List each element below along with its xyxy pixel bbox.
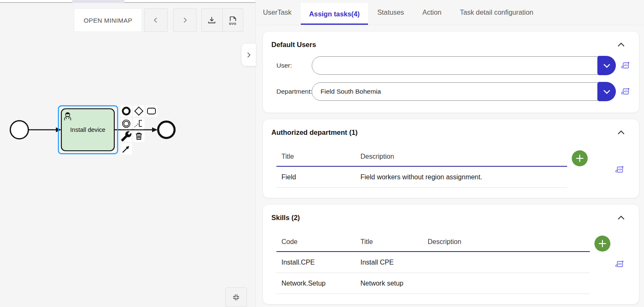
canvas-top-strip: [0, 0, 255, 3]
end-event-icon: [121, 105, 132, 117]
plus-icon: [597, 239, 607, 249]
user-label: User:: [276, 62, 312, 69]
chevron-up-icon: [618, 215, 625, 220]
authorized-department-table: Title Description Field Field workers wi…: [276, 147, 567, 188]
department-script-button[interactable]: </>: [621, 87, 631, 96]
chevron-down-icon: [603, 89, 610, 94]
add-skill-button[interactable]: [594, 236, 610, 252]
export-button-group: SVG: [201, 8, 243, 32]
svg-text:</>: </>: [618, 262, 622, 265]
table-header-row: Code Title Description: [276, 233, 590, 252]
default-users-card: Default Users User:: [263, 31, 639, 113]
text-annotation-icon: [133, 118, 145, 129]
top-tab-fragment: [72, 0, 124, 3]
panel-expand-handle[interactable]: [242, 44, 256, 66]
tab-action[interactable]: Action: [413, 0, 451, 25]
collapse-card-button[interactable]: [618, 42, 625, 47]
script-icon: </>: [621, 61, 631, 70]
intermediate-event-icon: [121, 118, 132, 129]
column-header: Description: [355, 153, 567, 160]
script-icon: </>: [621, 87, 631, 96]
user-field-row: User: </>: [271, 56, 631, 75]
fit-viewport-button[interactable]: [225, 287, 247, 307]
cell-title: Field: [276, 173, 355, 181]
append-task-button[interactable]: [146, 105, 157, 117]
download-button[interactable]: [202, 9, 223, 31]
change-type-button[interactable]: [121, 131, 132, 142]
svg-text:</>: </>: [624, 64, 628, 67]
connect-tool-button[interactable]: [121, 143, 132, 155]
script-icon: </>: [615, 165, 625, 174]
sequence-flow-in[interactable]: [29, 127, 61, 132]
user-script-button[interactable]: </>: [621, 61, 631, 70]
delete-button[interactable]: [133, 131, 145, 142]
start-event[interactable]: [11, 121, 29, 139]
svg-export-button[interactable]: SVG: [223, 9, 243, 31]
chevron-down-icon: [603, 63, 610, 68]
config-content: Default Users User:: [256, 25, 644, 304]
script-icon: </>: [615, 260, 625, 269]
task-label: Install device: [70, 126, 105, 133]
chevron-right-icon: [181, 16, 189, 24]
gateway-diamond-icon: [133, 105, 145, 117]
skills-table: Code Title Description Install.CPE Insta…: [276, 233, 590, 294]
table-row[interactable]: Field Field workers without region assig…: [276, 167, 567, 188]
department-field-row: Department: </>: [271, 82, 631, 101]
svg-export-label: SVG: [229, 22, 237, 26]
skills-table-script-button[interactable]: </>: [615, 260, 625, 269]
end-event[interactable]: [158, 122, 175, 138]
department-table-script-button[interactable]: </>: [615, 165, 625, 174]
download-icon: [207, 15, 217, 25]
tab-assign-tasks[interactable]: Assign tasks(4): [301, 3, 368, 25]
append-end-event-button[interactable]: [121, 105, 132, 117]
chevron-up-icon: [618, 130, 625, 135]
compress-icon: [231, 293, 241, 302]
tab-statuses[interactable]: Statuses: [368, 0, 413, 25]
department-label: Department:: [276, 88, 312, 95]
cell-title: Install CPE: [355, 259, 423, 266]
svg-file-icon: SVG: [227, 15, 238, 26]
cell-code: Install.CPE: [276, 259, 355, 266]
undo-button[interactable]: [144, 8, 168, 32]
collapse-card-button[interactable]: [618, 130, 625, 135]
cell-description: Field workers without region assignment.: [355, 173, 567, 181]
connect-arrow-icon: [121, 143, 132, 155]
user-input[interactable]: [312, 56, 615, 75]
column-header: Code: [276, 238, 355, 246]
task-rect-icon: [146, 105, 157, 117]
table-row[interactable]: Network.Setup Network setup: [276, 273, 590, 294]
trash-icon: [133, 131, 145, 142]
cell-title: Network setup: [355, 280, 423, 287]
plus-icon: [575, 153, 585, 163]
chevron-up-icon: [618, 42, 625, 47]
card-title: Default Users: [271, 41, 316, 49]
column-header: Description: [423, 238, 590, 246]
open-minimap-button[interactable]: OPEN MINIMAP: [74, 8, 142, 32]
table-header-row: Title Description: [276, 147, 567, 167]
bpmn-canvas[interactable]: Install device: [0, 0, 255, 307]
wrench-icon: [121, 131, 132, 142]
tab-usertask[interactable]: UserTask: [263, 0, 301, 25]
chevron-right-icon: [245, 52, 252, 58]
department-input[interactable]: [312, 82, 615, 101]
chevron-left-icon: [152, 16, 160, 24]
add-department-button[interactable]: [572, 150, 588, 166]
append-gateway-button[interactable]: [133, 105, 145, 117]
config-tabbar: UserTask Assign tasks(4) Statuses Action…: [256, 0, 644, 25]
card-title: Skills (2): [271, 214, 300, 222]
tab-task-detail-configuration[interactable]: Task detail configuration: [451, 0, 543, 25]
user-task[interactable]: Install device: [61, 109, 114, 151]
cell-code: Network.Setup: [276, 280, 355, 287]
skills-card: Skills (2) Code Title Description Instal…: [263, 204, 639, 304]
collapse-card-button[interactable]: [618, 215, 625, 220]
append-text-annotation-button[interactable]: [133, 118, 145, 129]
svg-text:</>: </>: [624, 90, 628, 93]
task-config-panel: UserTask Assign tasks(4) Statuses Action…: [255, 0, 644, 307]
redo-button[interactable]: [173, 8, 197, 32]
department-dropdown-button[interactable]: [597, 82, 616, 101]
table-row[interactable]: Install.CPE Install CPE: [276, 252, 590, 273]
user-dropdown-button[interactable]: [597, 56, 616, 75]
column-header: Title: [276, 153, 355, 160]
append-intermediate-event-button[interactable]: [121, 118, 132, 129]
column-header: Title: [355, 238, 423, 246]
